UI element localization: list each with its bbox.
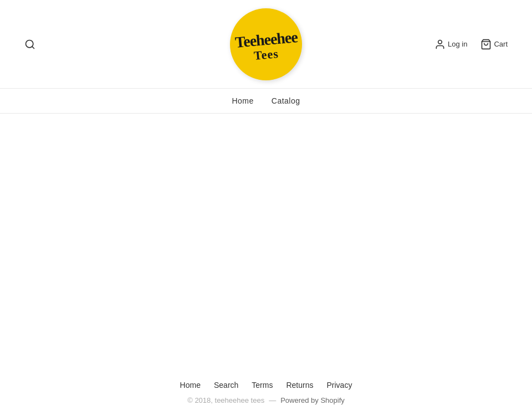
nav-catalog[interactable]: Catalog [272,96,300,105]
nav-home[interactable]: Home [232,96,253,105]
search-icon [24,39,35,50]
footer-link-privacy[interactable]: Privacy [326,381,352,390]
footer-link-search[interactable]: Search [214,381,238,390]
footer-divider: — [269,396,276,404]
site-header: Teeheehee Tees Log in Cart [0,0,532,89]
copyright-text: © 2018, teeheehee tees [187,396,264,404]
footer-link-returns[interactable]: Returns [286,381,313,390]
powered-by-link[interactable]: Powered by Shopify [280,396,345,404]
login-label: Log in [448,40,467,48]
cart-button[interactable]: Cart [478,37,510,52]
svg-line-1 [32,46,34,48]
logo-container: Teeheehee Tees [230,8,302,80]
header-right: Log in Cart [432,37,510,52]
login-button[interactable]: Log in [432,37,469,52]
main-content [0,114,532,370]
footer-link-home[interactable]: Home [180,381,201,390]
logo-text-bottom: Tees [253,48,279,62]
main-nav: Home Catalog [0,89,532,114]
search-button[interactable] [22,37,38,52]
person-icon [434,39,446,50]
cart-label: Cart [494,40,508,48]
logo-text-top: Teeheehee [234,29,298,50]
cart-icon [480,39,492,50]
logo: Teeheehee Tees [230,8,302,80]
site-footer: Home Search Terms Returns Privacy © 2018… [0,370,532,410]
footer-link-terms[interactable]: Terms [252,381,273,390]
footer-links: Home Search Terms Returns Privacy [180,381,352,390]
header-left [22,37,38,52]
svg-point-2 [438,40,442,44]
footer-copyright: © 2018, teeheehee tees — Powered by Shop… [187,396,345,404]
